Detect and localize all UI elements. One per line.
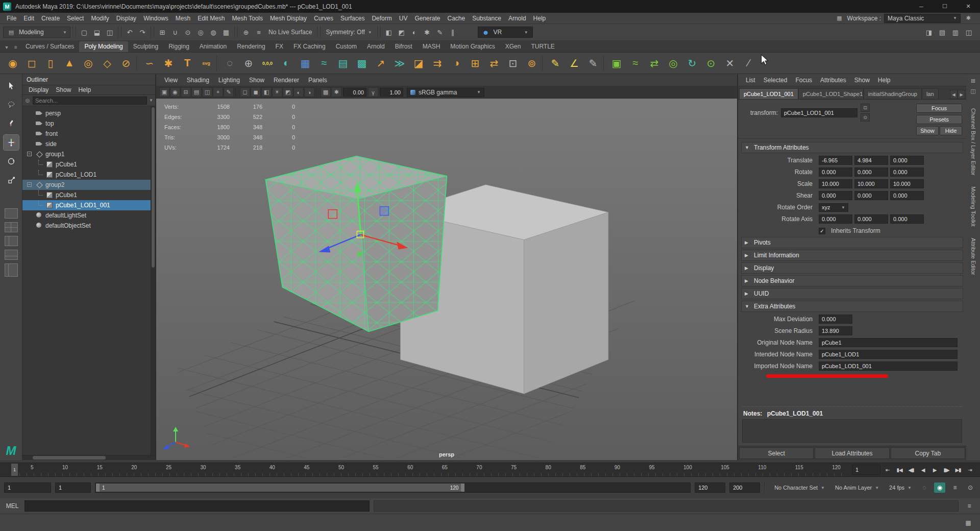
exposure-field[interactable]: 0.00 (343, 88, 366, 96)
bridge-icon[interactable]: ≈ (315, 55, 333, 72)
load-attributes-button[interactable]: Load Attributes (815, 447, 889, 459)
redo-icon[interactable]: ↷ (136, 26, 149, 38)
shelf-tab[interactable]: Animation (194, 41, 232, 52)
shelf-tab[interactable]: Curves / Surfaces (20, 41, 79, 52)
outliner-item[interactable]: group2 (22, 180, 155, 190)
shelf-tab[interactable]: Rendering (232, 41, 270, 52)
shelf-tab[interactable]: Motion Graphics (445, 41, 500, 52)
scale-field[interactable]: 10.000 (819, 179, 852, 188)
range-slider-bar[interactable]: 1 120 (96, 484, 464, 492)
timeline-tick[interactable]: 20 (131, 465, 137, 476)
attribute-editor-menu-item[interactable]: Focus (792, 77, 816, 84)
toolbar-separator[interactable] (72, 27, 76, 38)
shelf-separator[interactable] (542, 56, 545, 71)
scale-field[interactable]: 10.000 (890, 179, 924, 188)
channel-box-toggle-icon[interactable]: ◫ (963, 26, 975, 38)
toolbar-separator[interactable] (317, 27, 321, 38)
rotate-field[interactable]: 0.000 (854, 167, 888, 177)
poly-sphere-icon[interactable]: ◉ (4, 55, 21, 72)
toolbar-separator[interactable] (118, 27, 121, 38)
workspace-dropdown[interactable]: Maya Classic ▼ (884, 14, 961, 23)
rotate-axis-field[interactable]: 0.000 (890, 214, 924, 224)
delete-edge-icon[interactable]: ✕ (721, 55, 739, 72)
menubar-item[interactable]: Edit (20, 15, 38, 22)
outliner-horizontal-scrollbar[interactable] (22, 455, 155, 460)
toolbar-separator[interactable] (234, 27, 238, 38)
auto-keyframe-toggle[interactable]: ◉ (934, 482, 945, 493)
outliner-item[interactable]: pCube1 (22, 159, 155, 170)
menubar-item[interactable]: Arnold (505, 15, 530, 22)
go-to-start-button[interactable]: ⇤ (883, 465, 893, 475)
grease-pencil-icon[interactable]: ✎ (584, 55, 602, 72)
menubar-item[interactable]: Mesh Tools (229, 15, 266, 22)
snap-to-view-plane-icon[interactable]: ▦ (220, 26, 232, 38)
boolean-icon[interactable]: ▦ (297, 55, 314, 72)
shelf-tab[interactable]: FX (271, 41, 288, 52)
shadows-icon[interactable]: ◩ (283, 87, 293, 97)
bevel-icon[interactable]: ◪ (410, 55, 427, 72)
timeline-tick[interactable]: 75 (511, 465, 517, 476)
sidebar-panel-tab[interactable]: Channel Box / Layer Editor (970, 108, 976, 175)
screen-space-ao-icon[interactable]: ◐ (293, 87, 304, 97)
inherits-transform-checkbox[interactable]: ✓ (819, 228, 825, 234)
imported-node-name-field[interactable]: pCube1_LOD1_001 (819, 361, 958, 371)
lock-camera-icon[interactable]: ◉ (170, 87, 180, 97)
make-live-icon[interactable]: ◌ (221, 55, 238, 72)
current-frame-marker[interactable]: 1 (11, 464, 18, 476)
shelf-tab[interactable]: Arnold (362, 41, 390, 52)
extrude-icon[interactable]: ↗ (372, 55, 389, 72)
gamma-field[interactable]: 1.00 (380, 88, 403, 96)
focus-button[interactable]: Focus (916, 104, 962, 113)
attribute-editor-menu-item[interactable]: Selected (760, 77, 791, 84)
edge-flow-icon[interactable]: ≈ (627, 55, 644, 72)
gamma-icon[interactable]: γ (368, 87, 378, 97)
shelf-tab[interactable]: Rigging (163, 41, 194, 52)
translate-field[interactable]: 4.984 (854, 156, 888, 165)
section-display[interactable]: ▶ Display (741, 262, 963, 274)
menu-set-dropdown[interactable]: ▤ Modeling ▼ (3, 27, 70, 38)
no-sound-icon[interactable]: ◌ (919, 482, 930, 493)
raise-panel-icon[interactable]: ⊞ (969, 77, 978, 85)
node-tab[interactable]: initialShadingGroup (864, 88, 922, 99)
menubar-item[interactable]: UV (396, 15, 411, 22)
shelf-tab[interactable]: TURTLE (526, 41, 559, 52)
timeline-tick[interactable]: 85 (580, 465, 585, 476)
node-tab[interactable]: lan (922, 88, 939, 99)
rotate-axis-field[interactable]: 0.000 (819, 214, 852, 224)
render-current-frame-icon[interactable]: ◩ (396, 26, 408, 38)
outliner-item[interactable]: defaultObjectSet (22, 221, 155, 231)
step-back-key-button[interactable]: ◀▮ (906, 465, 916, 475)
menubar-item[interactable]: Modify (87, 15, 112, 22)
multisample-icon[interactable]: ▩ (321, 87, 331, 97)
timeline-tick[interactable]: 120 (832, 465, 841, 476)
single-pane-layout-button[interactable] (5, 208, 18, 219)
bookmark-icon[interactable]: ▤ (191, 87, 202, 97)
spin-edge-icon[interactable]: ↻ (683, 55, 701, 72)
svg-tool-icon[interactable]: svg (198, 55, 215, 72)
copy-tab-button[interactable]: Copy Tab (891, 447, 965, 459)
attribute-editor-menu-item[interactable]: Help (874, 77, 894, 84)
rotate-field[interactable]: 0.000 (819, 167, 852, 177)
poly-torus-icon[interactable]: ◎ (80, 55, 97, 72)
poly-cylinder-icon[interactable]: ▯ (42, 55, 59, 72)
paint-effects-icon[interactable]: ✎ (434, 26, 446, 38)
presets-button[interactable]: Presets (916, 115, 962, 124)
shelf-tab[interactable]: Custom (331, 41, 362, 52)
time-slider-options-icon[interactable]: ≡ (949, 482, 961, 493)
poly-type-icon[interactable]: T (179, 55, 196, 72)
scale-field[interactable]: 10.000 (854, 179, 888, 188)
hypershade-toggle-icon[interactable]: ▤ (936, 26, 948, 38)
playback-start-field[interactable]: 1 (55, 482, 91, 493)
timeline-tick[interactable]: 5 (31, 465, 34, 476)
smooth-icon[interactable]: ≫ (391, 55, 408, 72)
timeline-tick[interactable]: 60 (407, 465, 413, 476)
menubar-item[interactable]: Create (38, 15, 63, 22)
paint-select-tool-button[interactable] (4, 116, 19, 131)
menubar-item[interactable]: Edit Mesh (194, 15, 228, 22)
lasso-tool-button[interactable] (4, 97, 19, 112)
motion-blur-icon[interactable]: ◑ (304, 87, 314, 97)
outliner-persp-layout-button[interactable] (5, 263, 18, 277)
outliner-menu-item[interactable]: Show (53, 86, 74, 93)
outliner-vertical-scrollbar[interactable] (151, 106, 155, 455)
shelf-tab[interactable]: Poly Modeling (79, 41, 128, 52)
